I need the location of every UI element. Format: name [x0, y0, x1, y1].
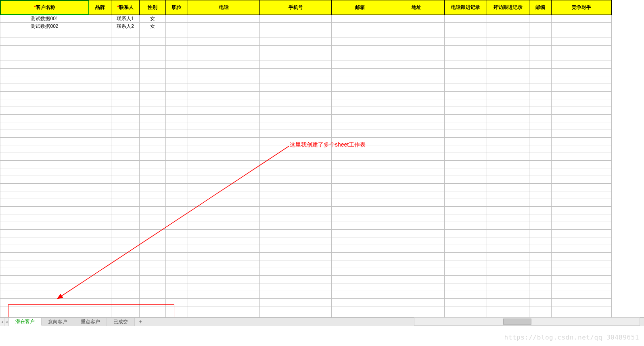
table-cell[interactable]	[552, 15, 612, 23]
table-cell[interactable]	[487, 30, 529, 38]
table-row[interactable]	[0, 30, 612, 38]
table-cell[interactable]	[166, 268, 188, 276]
table-cell[interactable]	[388, 46, 445, 53]
table-cell[interactable]	[332, 99, 388, 107]
table-cell[interactable]	[332, 115, 388, 122]
table-cell[interactable]	[487, 237, 529, 245]
table-cell[interactable]	[111, 268, 140, 276]
table-cell[interactable]	[529, 299, 552, 306]
table-cell[interactable]	[188, 38, 260, 46]
table-cell[interactable]	[445, 92, 487, 99]
table-cell[interactable]	[0, 53, 89, 61]
table-cell[interactable]	[332, 314, 388, 318]
table-cell[interactable]	[166, 76, 188, 84]
table-row[interactable]	[0, 145, 612, 153]
table-cell[interactable]	[140, 30, 166, 38]
table-cell[interactable]	[445, 299, 487, 306]
table-cell[interactable]	[445, 46, 487, 53]
table-cell[interactable]	[388, 122, 445, 130]
table-cell[interactable]	[166, 184, 188, 191]
table-cell[interactable]	[529, 53, 552, 61]
table-cell[interactable]	[445, 276, 487, 283]
table-cell[interactable]	[188, 214, 260, 222]
table-cell[interactable]	[388, 291, 445, 299]
table-cell[interactable]	[388, 138, 445, 145]
table-row[interactable]	[0, 222, 612, 230]
table-cell[interactable]	[552, 237, 612, 245]
table-cell[interactable]	[89, 237, 111, 245]
table-cell[interactable]	[529, 23, 552, 30]
table-cell[interactable]	[445, 237, 487, 245]
table-cell[interactable]	[445, 84, 487, 92]
table-cell[interactable]	[388, 38, 445, 46]
table-cell[interactable]	[140, 184, 166, 191]
table-cell[interactable]	[529, 222, 552, 230]
table-cell[interactable]	[445, 176, 487, 184]
column-header[interactable]: 品牌	[89, 0, 111, 15]
table-cell[interactable]	[332, 23, 388, 30]
table-cell[interactable]	[0, 176, 89, 184]
table-cell[interactable]	[89, 138, 111, 145]
table-cell[interactable]	[140, 161, 166, 168]
table-cell[interactable]	[529, 291, 552, 299]
table-cell[interactable]	[111, 214, 140, 222]
table-cell[interactable]	[332, 15, 388, 23]
table-cell[interactable]	[260, 230, 332, 237]
table-cell[interactable]	[111, 222, 140, 230]
table-cell[interactable]	[388, 199, 445, 207]
table-cell[interactable]	[388, 176, 445, 184]
table-cell[interactable]	[445, 122, 487, 130]
table-cell[interactable]	[388, 168, 445, 176]
table-cell[interactable]	[332, 161, 388, 168]
table-cell[interactable]	[0, 184, 89, 191]
table-cell[interactable]	[260, 53, 332, 61]
table-cell[interactable]	[260, 122, 332, 130]
table-cell[interactable]	[260, 168, 332, 176]
table-cell[interactable]	[140, 207, 166, 214]
table-cell[interactable]	[260, 69, 332, 76]
table-cell[interactable]	[552, 107, 612, 115]
table-cell[interactable]	[89, 84, 111, 92]
table-cell[interactable]	[166, 115, 188, 122]
table-cell[interactable]	[140, 199, 166, 207]
table-row[interactable]	[0, 314, 612, 318]
table-cell[interactable]	[445, 184, 487, 191]
table-row[interactable]	[0, 122, 612, 130]
table-cell[interactable]	[388, 222, 445, 230]
table-cell[interactable]	[552, 161, 612, 168]
table-cell[interactable]	[89, 76, 111, 84]
table-cell[interactable]	[111, 145, 140, 153]
table-cell[interactable]	[552, 69, 612, 76]
table-cell[interactable]	[111, 230, 140, 237]
table-cell[interactable]	[166, 176, 188, 184]
table-cell[interactable]	[529, 237, 552, 245]
table-cell[interactable]	[0, 191, 89, 199]
table-cell[interactable]	[552, 191, 612, 199]
table-cell[interactable]	[487, 107, 529, 115]
column-header[interactable]: 职位	[166, 0, 188, 15]
table-cell[interactable]	[388, 314, 445, 318]
table-cell[interactable]	[166, 107, 188, 115]
table-cell[interactable]	[445, 314, 487, 318]
column-header[interactable]: 竞争对手	[552, 0, 612, 15]
table-cell[interactable]	[529, 30, 552, 38]
table-cell[interactable]	[140, 122, 166, 130]
table-cell[interactable]	[0, 260, 89, 268]
table-cell[interactable]	[260, 130, 332, 138]
table-cell[interactable]	[445, 61, 487, 69]
table-cell[interactable]	[166, 214, 188, 222]
table-cell[interactable]	[332, 276, 388, 283]
table-row[interactable]	[0, 130, 612, 138]
table-cell[interactable]	[529, 214, 552, 222]
table-cell[interactable]	[0, 38, 89, 46]
table-cell[interactable]	[529, 76, 552, 84]
table-cell[interactable]	[111, 207, 140, 214]
tab-nav-prev[interactable]: ◂	[4, 318, 9, 326]
table-row[interactable]	[0, 69, 612, 76]
table-cell[interactable]	[529, 191, 552, 199]
column-header[interactable]: 邮编	[529, 0, 552, 15]
table-row[interactable]	[0, 260, 612, 268]
table-cell[interactable]	[552, 260, 612, 268]
table-cell[interactable]	[260, 176, 332, 184]
column-header[interactable]: *联系人	[111, 0, 140, 15]
